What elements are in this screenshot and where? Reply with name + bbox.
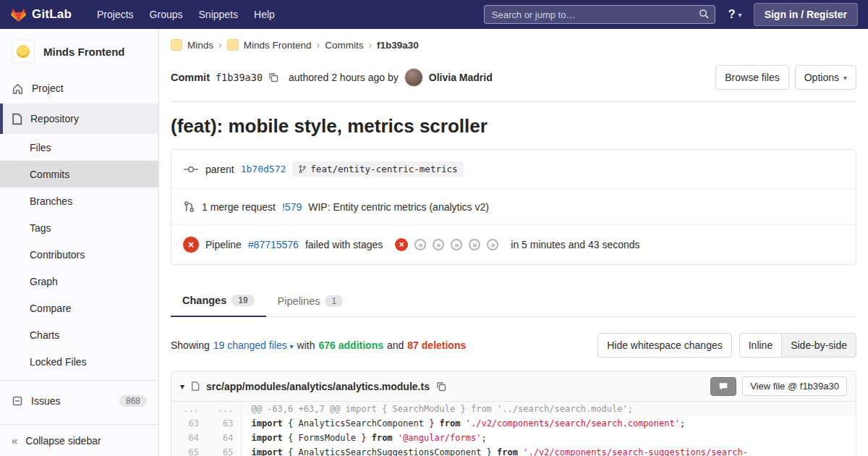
nav-item-snippets[interactable]: Snippets — [191, 3, 246, 26]
pipeline-row: × Pipeline #87715576 failed with stages … — [171, 224, 856, 264]
merge-request-ref-link[interactable]: !579 — [282, 201, 302, 213]
hide-whitespace-button[interactable]: Hide whitespace changes — [597, 333, 732, 358]
collapse-diff-caret-icon[interactable]: ▾ — [180, 381, 184, 392]
help-dropdown[interactable]: ? ▾ — [728, 8, 742, 21]
nav-item-help[interactable]: Help — [246, 3, 283, 26]
nav-item-projects[interactable]: Projects — [89, 3, 142, 26]
sidebar-item-label: Project — [32, 83, 64, 94]
parent-label: parent — [205, 164, 234, 175]
pipeline-label: Pipeline — [205, 239, 242, 250]
sidebar-item-issues[interactable]: Issues 868 — [0, 386, 158, 416]
sign-in-button[interactable]: Sign in / Register — [754, 3, 858, 26]
inline-view-button[interactable]: Inline — [739, 333, 782, 358]
nav-item-groups[interactable]: Groups — [142, 3, 191, 26]
diff-row: 6565import { AnalyticsSearchSuggestionsC… — [171, 445, 856, 456]
author-name-link[interactable]: Olivia Madrid — [429, 72, 493, 83]
new-line-number: ... — [206, 402, 241, 416]
diff-file: ▾ src/app/modules/analytics/analytics.mo… — [171, 371, 856, 456]
new-line-number[interactable]: 65 — [206, 445, 241, 456]
gitlab-logo[interactable]: GitLab — [10, 7, 72, 22]
group-avatar-icon — [171, 39, 182, 51]
pipeline-id-link[interactable]: #87715576 — [248, 239, 299, 250]
options-dropdown-button[interactable]: Options ▾ — [795, 65, 856, 90]
brand-name: GitLab — [32, 7, 72, 22]
tanuki-icon — [10, 7, 27, 22]
collapse-sidebar-button[interactable]: « Collapse sidebar — [0, 424, 158, 456]
branch-chip[interactable]: feat/entity-centric-metrics — [292, 161, 463, 177]
sidebar-item-files[interactable]: Files — [0, 134, 158, 161]
sidebar-item-label: Issues — [31, 395, 60, 407]
pipeline-mini-graph: ×»»»»» — [395, 238, 498, 251]
pipeline-stage-skipped-icon[interactable]: » — [451, 239, 462, 250]
old-line-number[interactable]: 64 — [171, 431, 206, 445]
copy-icon[interactable] — [268, 72, 278, 83]
top-navbar: GitLab Projects Groups Snippets Help ? ▾… — [0, 0, 868, 29]
sidebar-item-repository[interactable]: Repository — [0, 104, 158, 134]
pipeline-stage-skipped-icon[interactable]: » — [433, 239, 444, 250]
merge-request-count: 1 merge request — [202, 201, 276, 213]
home-icon — [12, 83, 24, 95]
side-by-side-view-button[interactable]: Side-by-side — [781, 333, 856, 358]
parent-sha-link[interactable]: 1b70d572 — [241, 164, 286, 174]
breadcrumb-commits[interactable]: Commits — [325, 40, 363, 51]
code-line: import { AnalyticsSearchComponent } from… — [241, 416, 856, 431]
sidebar-item-branches[interactable]: Branches — [0, 187, 158, 214]
collapse-label: Collapse sidebar — [25, 435, 101, 447]
tab-bar: Changes 19 Pipelines 1 — [171, 285, 856, 317]
code-line: @@ -63,6 +63,7 @@ import { SearchModule … — [241, 402, 856, 416]
new-line-number[interactable]: 64 — [206, 431, 241, 445]
pipelines-count-badge: 1 — [325, 295, 343, 307]
breadcrumb-minds[interactable]: Minds — [187, 40, 213, 51]
branch-icon — [298, 164, 307, 174]
sidebar-item-contributors[interactable]: Contributors — [0, 241, 158, 268]
new-line-number[interactable]: 63 — [206, 416, 241, 431]
sidebar-divider — [0, 380, 158, 381]
old-line-number[interactable]: 63 — [171, 416, 206, 431]
breadcrumb-minds-frontend[interactable]: Minds Frontend — [244, 40, 312, 51]
project-context[interactable]: Minds Frontend — [0, 29, 158, 73]
view-file-button[interactable]: View file @ f1b39a30 — [742, 376, 847, 396]
project-avatar — [12, 40, 35, 63]
pipeline-failed-icon[interactable]: × — [183, 237, 199, 253]
merge-request-row: 1 merge request !579 WIP: Entity centric… — [171, 188, 856, 224]
tab-label: Changes — [182, 295, 226, 306]
pipeline-status-text: failed with stages — [305, 239, 383, 250]
changes-count-badge: 19 — [231, 295, 254, 306]
project-avatar-icon — [227, 39, 239, 51]
breadcrumb-current-sha: f1b39a30 — [377, 40, 419, 51]
pipeline-stage-failed-icon[interactable]: × — [395, 238, 408, 251]
sidebar-item-locked-files[interactable]: Locked Files — [0, 348, 158, 375]
browse-files-button[interactable]: Browse files — [715, 65, 788, 90]
toggle-comments-button[interactable] — [710, 377, 736, 396]
sidebar-item-project[interactable]: Project — [0, 73, 158, 104]
navbar-right: ? ▾ Sign in / Register — [484, 3, 858, 26]
diff-rows: ......@@ -63,6 +63,7 @@ import { SearchM… — [171, 402, 856, 456]
chevron-right-icon: › — [316, 39, 320, 51]
pipeline-stage-skipped-icon[interactable]: » — [414, 239, 426, 250]
copy-icon[interactable] — [436, 381, 446, 392]
tab-changes[interactable]: Changes 19 — [171, 285, 266, 317]
diff-file-header: ▾ src/app/modules/analytics/analytics.mo… — [171, 371, 856, 402]
pipeline-stage-skipped-icon[interactable]: » — [469, 239, 480, 250]
old-line-number[interactable]: 65 — [171, 445, 206, 456]
search-icon — [699, 9, 710, 20]
lightbulb-icon — [17, 45, 30, 58]
changed-files-dropdown[interactable]: 19 changed files ▾ — [213, 339, 294, 351]
comment-icon — [718, 381, 728, 392]
sidebar-item-graph[interactable]: Graph — [0, 268, 158, 295]
file-icon — [191, 381, 200, 392]
sidebar-item-compare[interactable]: Compare — [0, 295, 158, 321]
commit-label: Commit — [171, 72, 210, 83]
repository-submenu: Files Commits Branches Tags Contributors… — [0, 134, 158, 375]
sidebar-item-tags[interactable]: Tags — [0, 214, 158, 241]
code-line: import { AnalyticsSearchSuggestionsCompo… — [241, 445, 856, 456]
commit-icon — [183, 164, 199, 174]
commit-sha: f1b39a30 — [216, 72, 263, 83]
pipeline-stage-skipped-icon[interactable]: » — [487, 239, 498, 250]
tab-pipelines[interactable]: Pipelines 1 — [266, 285, 355, 316]
breadcrumb: Minds › Minds Frontend › Commits › f1b39… — [171, 35, 856, 58]
search-input[interactable] — [484, 5, 715, 24]
sidebar-item-charts[interactable]: Charts — [0, 321, 158, 348]
sidebar-item-commits[interactable]: Commits — [0, 161, 158, 187]
diff-row: ......@@ -63,6 +63,7 @@ import { SearchM… — [171, 402, 856, 416]
